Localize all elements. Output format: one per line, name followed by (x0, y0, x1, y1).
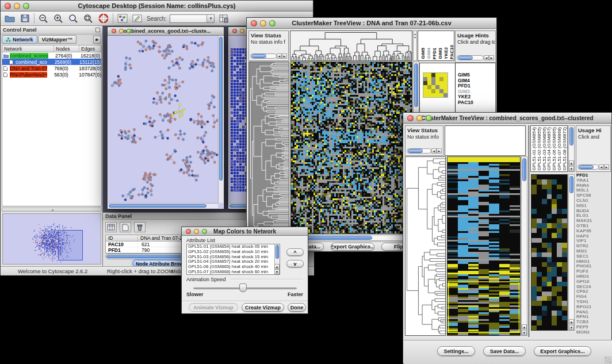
zoom-button[interactable] (426, 115, 432, 121)
zoom-selected-icon[interactable] (83, 13, 94, 24)
gene-label[interactable]: PAC10 (458, 100, 495, 106)
tv2-vscrollbar[interactable]: ▲ ▼ (521, 156, 527, 336)
column-label[interactable]: GIM3 (438, 48, 443, 59)
tv1-export-graphics-button[interactable]: Export Graphics... (331, 243, 374, 251)
tv2-zoom-heatmap-canvas[interactable] (531, 175, 567, 330)
scroll-thumb[interactable] (219, 37, 223, 181)
scroll-thumb[interactable] (569, 176, 573, 193)
network-row[interactable]: RNAPuberNov2+563(0)107847(0) (2, 71, 101, 78)
attribute-list-item[interactable]: GPL51-07 (GSM868) heat shock 60 min (187, 270, 280, 275)
panel-splitter[interactable] (2, 208, 102, 212)
tv2-row-dendrogram-canvas[interactable] (406, 157, 445, 335)
gene-label[interactable]: MON2 (576, 330, 611, 335)
scroll-thumb[interactable] (414, 63, 418, 107)
done-button[interactable]: Done (288, 303, 306, 312)
scroll-left-icon[interactable]: ◄ (431, 148, 437, 154)
column-label[interactable]: PFD1 (432, 48, 438, 59)
minimize-button[interactable] (14, 3, 20, 9)
tab-vizmapper[interactable]: VizMapper™ (38, 35, 77, 44)
tv2-row-dendrogram[interactable] (405, 156, 446, 336)
net1-canvas-area[interactable] (108, 36, 223, 208)
network-table-header[interactable]: Network Nodes Edges (2, 45, 101, 52)
create-vizmap-button[interactable]: Create Vizmap (242, 303, 284, 312)
tv2-collabel-vscrollbar[interactable]: ▲ ▼ (568, 125, 575, 172)
tv2-heatmap-canvas[interactable] (447, 157, 520, 335)
tv2-usage-hscrollbar[interactable]: ◄ ► (577, 164, 609, 170)
scroll-thumb[interactable] (579, 165, 594, 169)
tv1-status-hscrollbar[interactable]: ◄ ► (250, 53, 287, 59)
scroll-thumb[interactable] (458, 56, 473, 60)
minimize-button[interactable] (194, 229, 199, 234)
tv1-scroll-strip[interactable]: ▲▼ (413, 30, 417, 61)
animate-vizmap-button[interactable]: Animate Vizmap (189, 303, 238, 312)
tv2-column-dendrogram-area[interactable] (445, 125, 526, 156)
save-icon[interactable] (19, 13, 30, 24)
scroll-right-icon[interactable]: ► (489, 55, 494, 60)
scroll-up-icon[interactable]: ▲ (569, 319, 574, 324)
tv2-heatmap[interactable] (447, 156, 521, 336)
minimize-button[interactable] (119, 29, 124, 33)
layout-icon[interactable] (117, 13, 128, 24)
tv1-titlebar[interactable]: ClusterMaker TreeView : DNA and Tran 07-… (247, 18, 496, 29)
close-button[interactable] (251, 20, 257, 26)
zoom-button[interactable] (23, 3, 29, 9)
column-label[interactable]: GIM4 (426, 48, 432, 59)
col-edges[interactable]: Edges (79, 45, 101, 52)
col-nodes[interactable]: Nodes (54, 45, 79, 52)
scroll-left-icon[interactable]: ◄ (277, 53, 282, 59)
scroll-up-icon[interactable]: ▲ (569, 160, 574, 166)
close-button[interactable] (186, 229, 191, 234)
col-network[interactable]: Network (2, 45, 54, 52)
scroll-thumb[interactable] (522, 158, 526, 181)
main-titlebar[interactable]: Cytoscape Desktop (Session Name: collins… (1, 1, 313, 12)
minimize-button[interactable] (240, 29, 244, 33)
scroll-thumb[interactable] (109, 204, 206, 208)
tv1-hscrollbar[interactable] (290, 235, 412, 241)
table-icon[interactable] (218, 13, 230, 24)
scroll-down-icon[interactable]: ▼ (522, 330, 527, 335)
zoom-button[interactable] (202, 229, 207, 234)
birdseye-view[interactable] (2, 213, 101, 265)
resize-grip[interactable] (605, 357, 611, 363)
tv2-save-data-button[interactable]: Save Data... (483, 346, 526, 356)
zoom-button[interactable] (269, 20, 276, 26)
tv1-column-dendrogram[interactable] (290, 30, 412, 61)
column-label[interactable]: GPL51-08 (GSM872) (563, 127, 568, 171)
scroll-up-icon[interactable]: ▲ (274, 264, 280, 269)
attribute-table-icon[interactable] (105, 222, 117, 232)
zoom-fit-icon[interactable] (68, 13, 79, 24)
scroll-left-icon[interactable]: ◄ (599, 164, 604, 170)
close-button[interactable] (232, 29, 237, 33)
tv1-column-dendrogram-canvas[interactable] (290, 31, 412, 60)
tv1-usage-hscrollbar[interactable]: ◄ ► (457, 55, 494, 61)
scroll-thumb[interactable] (276, 245, 279, 259)
tab-network[interactable]: Network (2, 35, 37, 44)
attribute-listbox[interactable]: GPL51-01 (GSM854) heat shock 05 minGPL51… (186, 244, 280, 275)
minimize-button[interactable] (260, 20, 266, 26)
tv2-zoom-vscrollbar[interactable]: ▲ ▼ (568, 174, 575, 331)
float-panel-icon[interactable] (95, 28, 100, 32)
search-field[interactable] (170, 15, 206, 22)
scroll-right-icon[interactable]: ► (604, 164, 609, 170)
scroll-down-icon[interactable]: ▼ (569, 325, 574, 330)
tv1-row-dendrogram-canvas[interactable] (249, 62, 289, 233)
open-file-icon[interactable] (4, 13, 16, 24)
scroll-thumb[interactable] (569, 127, 573, 145)
birdseye-canvas[interactable] (3, 214, 101, 264)
delete-attribute-icon[interactable] (134, 222, 146, 232)
net1-vscrollbar[interactable] (218, 36, 223, 203)
tv2-zoom-heatmap[interactable] (531, 174, 568, 331)
net1-hscrollbar[interactable] (108, 203, 218, 208)
scroll-right-icon[interactable]: ► (282, 53, 287, 59)
tv1-heatmap[interactable] (290, 62, 412, 234)
search-input[interactable]: ▼ (170, 14, 215, 23)
close-button[interactable] (5, 3, 11, 9)
column-label[interactable]: YKE2 (443, 47, 449, 59)
scroll-right-icon[interactable]: ► (437, 148, 442, 154)
tv1-row-dendrogram[interactable] (248, 62, 289, 234)
column-label[interactable]: GIM5 (420, 48, 426, 59)
net1-titlebar[interactable]: combined_scores_good.txt--cluste... (108, 27, 224, 36)
minimize-button[interactable] (416, 115, 423, 121)
network-row[interactable]: combined_sco2569(6)13112(15) (2, 59, 101, 65)
col-id[interactable]: ID (106, 235, 138, 241)
